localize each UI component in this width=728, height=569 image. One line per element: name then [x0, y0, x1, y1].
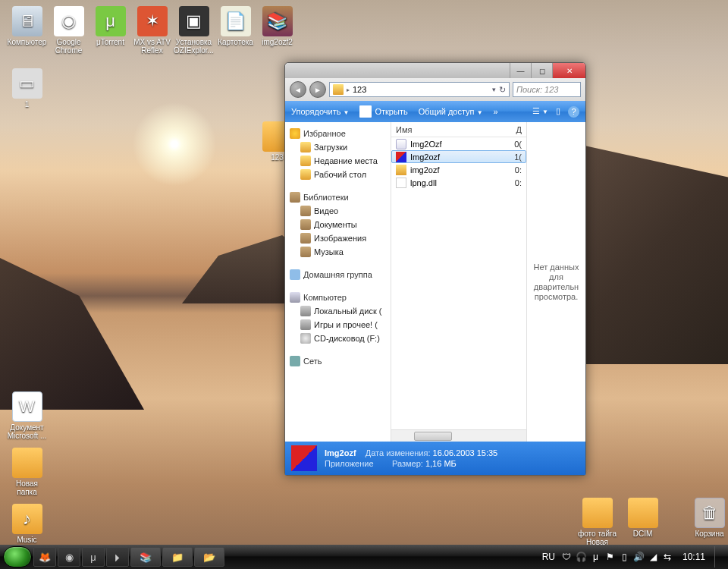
show-desktop-button[interactable]	[714, 546, 720, 567]
taskbar-item[interactable]: 🦊	[33, 547, 56, 567]
desktop-icon-recycle[interactable]: 🗑Корзина	[689, 498, 728, 538]
network-icon	[290, 356, 300, 366]
open-button[interactable]: Открыть	[359, 105, 407, 118]
address-text: 123	[353, 85, 366, 94]
taskbar-item[interactable]: 📂	[194, 547, 224, 567]
search-box[interactable]: Поиск: 123	[513, 82, 581, 97]
wallpaper-mountain-left	[0, 258, 144, 410]
nav-music[interactable]: Музыка	[285, 245, 391, 259]
file-row[interactable]: Img2Ozf0(	[391, 137, 526, 150]
desktop-icon-utorrent[interactable]: μμTorrent	[89, 6, 131, 46]
file-row[interactable]: img2ozf0:	[391, 163, 526, 176]
img2ozf2-icon: 📚	[262, 6, 293, 36]
taskbar-item[interactable]: ◉	[58, 547, 80, 567]
oziexp-icon: ▣	[179, 6, 209, 36]
maximize-button[interactable]: ◻	[531, 63, 552, 78]
file-list[interactable]: Img2Ozf0(Img2ozf1(img2ozf0:lpng.dll0:	[391, 137, 526, 429]
nav-drive-games[interactable]: Игры и прочее! (	[285, 318, 391, 332]
nav-drive-cd[interactable]: CD-дисковод (F:)	[285, 332, 391, 345]
refresh-icon[interactable]: ↻	[499, 85, 506, 95]
tray-icon[interactable]: ⚑	[604, 552, 616, 563]
share-menu[interactable]: Общий доступ ▼	[419, 107, 483, 116]
desktop-icon-dcim[interactable]: DCIM	[622, 498, 664, 538]
desktop-icon-newfolder[interactable]: Новая папка	[6, 448, 48, 496]
start-button[interactable]	[3, 546, 32, 567]
icon-label: Компьютер	[6, 38, 48, 46]
system-tray[interactable]: RU 🛡🎧μ⚑▯🔊◢⇆ 10:11	[542, 546, 725, 567]
organize-menu[interactable]: Упорядочить ▼	[291, 107, 349, 116]
forward-button[interactable]: ►	[309, 81, 326, 98]
file-type-icon	[291, 445, 317, 471]
nav-recent[interactable]: Недавние места	[285, 154, 391, 168]
desktop-icon-one[interactable]: ▭1	[6, 68, 48, 108]
icon-label: μTorrent	[89, 38, 131, 46]
file-name: Img2Ozf	[410, 140, 504, 149]
desktop-icon-mxatv[interactable]: ✶MX vs ATV Reflex	[131, 6, 173, 55]
file-date: 1(	[508, 152, 522, 162]
close-button[interactable]: ✕	[552, 63, 585, 78]
help-icon[interactable]: ?	[568, 106, 579, 118]
nav-desktop[interactable]: Рабочий стол	[285, 168, 391, 181]
tray-icon[interactable]: μ	[590, 552, 601, 563]
scroll-thumb[interactable]	[414, 432, 452, 441]
nav-libraries[interactable]: Библиотеки Видео Документы Изображения М…	[285, 190, 391, 259]
nav-homegroup[interactable]: Домашняя группа	[285, 268, 391, 281]
explorer-window[interactable]: — ◻ ✕ ◄ ► ▸ 123 ▾ ↻ Поиск: 123 Упорядочи…	[284, 62, 586, 476]
taskbar-item[interactable]: 📚	[130, 547, 161, 567]
horizontal-scrollbar[interactable]	[391, 429, 526, 442]
icon-label: Корзина	[689, 530, 728, 538]
file-row[interactable]: lpng.dll0:	[391, 176, 526, 189]
tray-icon[interactable]: 🛡	[561, 552, 573, 563]
tray-clock[interactable]: 10:11	[679, 552, 708, 562]
tray-icon[interactable]: ▯	[619, 552, 630, 563]
nav-network[interactable]: Сеть	[285, 354, 391, 368]
file-icon	[396, 139, 406, 149]
desktop-icon-kartoteka[interactable]: 📄Картотека	[215, 6, 256, 46]
nav-documents[interactable]: Документы	[285, 218, 391, 231]
address-bar[interactable]: ▸ 123 ▾ ↻	[329, 82, 510, 97]
icon-label: Установка OZIExplor...	[173, 38, 215, 55]
nav-favorites[interactable]: Избранное Загрузки Недавние места Рабочи…	[285, 127, 391, 181]
view-menu-icon[interactable]: ☰ ▼	[532, 106, 548, 118]
preview-pane-icon[interactable]: ▯	[556, 106, 560, 118]
taskbar-item[interactable]: ⏵	[106, 547, 129, 567]
desktop-icon-wordfile[interactable]: WДокумент Microsoft ...	[6, 391, 48, 440]
nav-videos[interactable]: Видео	[285, 204, 391, 218]
minimize-button[interactable]: —	[510, 63, 531, 78]
nav-downloads[interactable]: Загрузки	[285, 140, 391, 154]
back-button[interactable]: ◄	[290, 81, 306, 98]
tray-icon[interactable]: 🎧	[576, 552, 587, 563]
kartoteka-icon: 📄	[221, 6, 251, 36]
star-icon	[290, 128, 300, 139]
taskbar-item[interactable]: μ	[82, 547, 105, 567]
desktop-icon-oziexp[interactable]: ▣Установка OZIExplor...	[173, 6, 215, 55]
desktop-icon-computer[interactable]: 🖥Компьютер	[6, 6, 48, 46]
desktop-icon-chrome[interactable]: ◉Google Chrome	[48, 6, 89, 55]
tray-language[interactable]: RU	[542, 552, 555, 562]
icon-label: Music	[6, 536, 48, 544]
desktop-icon-music[interactable]: ♪Music	[6, 504, 48, 544]
nav-computer[interactable]: Компьютер Локальный диск ( Игры и прочее…	[285, 291, 391, 345]
window-titlebar[interactable]: — ◻ ✕	[285, 63, 585, 78]
file-icon	[396, 178, 406, 188]
desktop[interactable]: 🖥Компьютер◉Google ChromeμμTorrent✶MX vs …	[0, 0, 728, 569]
column-date[interactable]: Д	[507, 125, 522, 134]
navigation-pane[interactable]: Избранное Загрузки Недавние места Рабочи…	[285, 122, 391, 442]
tray-icon[interactable]: ⇆	[662, 552, 673, 563]
one-icon: ▭	[12, 68, 42, 99]
column-headers[interactable]: Имя Д	[391, 122, 526, 137]
nav-pictures[interactable]: Изображения	[285, 231, 391, 245]
tray-icon[interactable]: 🔊	[633, 552, 645, 563]
desktop-icon-img2ozf2[interactable]: 📚img2ozf2	[256, 6, 298, 46]
file-row[interactable]: Img2ozf1(	[391, 150, 526, 163]
folder-icon	[300, 156, 311, 166]
tray-icon[interactable]: ◢	[648, 552, 659, 563]
nav-drive-c[interactable]: Локальный диск (	[285, 304, 391, 318]
address-history-icon[interactable]: ▾	[492, 86, 496, 93]
taskbar-item[interactable]: 📁	[162, 547, 193, 567]
details-type: Приложение	[325, 459, 374, 468]
address-dropdown-icon[interactable]: ▸	[347, 86, 350, 93]
column-name[interactable]: Имя	[396, 125, 507, 134]
taskbar[interactable]: 🦊◉μ⏵📚📁📂 RU 🛡🎧μ⚑▯🔊◢⇆ 10:11	[0, 545, 728, 569]
more-commands[interactable]: »	[494, 107, 498, 116]
